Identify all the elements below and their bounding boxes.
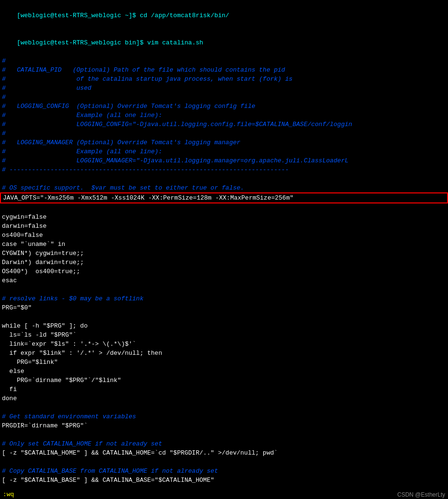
comment-line: # LOGGING_MANAGER="-Djava.util.logging.m… <box>0 156 448 165</box>
code-line: fi <box>0 385 448 394</box>
code-line: esac <box>0 276 448 285</box>
empty-line <box>0 285 448 294</box>
comment-line: # resolve links - $0 may be a softlink <box>0 294 448 303</box>
code-line: [ -z "$CATALINA_HOME" ] && CATALINA_HOME… <box>0 448 448 457</box>
watermark: CSDN @EstherLty <box>397 491 445 498</box>
comment-line: # OS specific support. $var must be set … <box>0 183 448 192</box>
comment-line: # Example (all one line): <box>0 111 448 120</box>
empty-line <box>0 174 448 183</box>
empty-line <box>0 457 448 467</box>
empty-line <box>0 430 448 439</box>
vim-command: :wq <box>3 491 14 498</box>
comment-line: # LOGGING_CONFIG="-Djava.util.logging.co… <box>0 120 448 129</box>
code-line: PRG=`dirname "$PRG"`/"$link" <box>0 376 448 385</box>
comment-line: # <box>0 56 448 65</box>
code-line: if expr "$link" : '/.*' > /dev/null; the… <box>0 349 448 358</box>
comment-line: # used <box>0 84 448 93</box>
code-line: cygwin=false <box>0 212 448 222</box>
empty-line <box>0 403 448 412</box>
comment-line: # LOGGING_CONFIG (Optional) Override Tom… <box>0 102 448 111</box>
code-line: PRG="$0" <box>0 303 448 312</box>
code-line: os400=false <box>0 231 448 240</box>
code-line: OS400*) os400=true;; <box>0 267 448 276</box>
code-line: done <box>0 394 448 403</box>
code-line: darwin=false <box>0 222 448 231</box>
comment-line: # Copy CATALINA_BASE from CATALINA_HOME … <box>0 467 448 476</box>
content-area: ## CATALINA_PID (Optional) Path of the f… <box>0 56 448 485</box>
bottom-bar: :wq CSDN @EstherLty <box>0 490 448 499</box>
code-line: ls=`ls -ld "$PRG"` <box>0 330 448 340</box>
header-line-2: [weblogic@test-RTRS_weblogic bin]$ vim c… <box>0 29 448 56</box>
code-line: case "`uname`" in <box>0 240 448 249</box>
code-line: Darwin*) darwin=true;; <box>0 258 448 267</box>
header-user-1: [weblogic@test-RTRS_weblogic ~]$ cd /app… <box>17 12 229 19</box>
empty-line <box>0 312 448 321</box>
header-user-2: [weblogic@test-RTRS_weblogic bin]$ vim c… <box>17 39 203 46</box>
terminal: [weblogic@test-RTRS_weblogic ~]$ cd /app… <box>0 0 448 499</box>
code-line: PRG="$link" <box>0 358 448 367</box>
comment-line: # LOGGING_MANAGER (Optional) Override To… <box>0 138 448 147</box>
highlighted-java-opts-line: JAVA_OPTS="-Xms256m -Xmx512m -Xss1024K -… <box>0 192 448 203</box>
comment-line: # of the catalina startup java process, … <box>0 74 448 84</box>
empty-line <box>0 203 448 212</box>
code-line: [ -z "$CATALINA_BASE" ] && CATALINA_BASE… <box>0 476 448 485</box>
code-line: link=`expr "$ls" : '.*-> \(.*\)$'` <box>0 340 448 349</box>
comment-line: # CATALINA_PID (Optional) Path of the fi… <box>0 65 448 74</box>
code-line: CYGWIN*) cygwin=true;; <box>0 249 448 258</box>
comment-line: # <box>0 129 448 138</box>
comment-line: # Example (all one line): <box>0 147 448 156</box>
code-line: while [ -h "$PRG" ]; do <box>0 321 448 330</box>
comment-line: # Get standard environment variables <box>0 412 448 421</box>
comment-line: # --------------------------------------… <box>0 165 448 174</box>
code-line: else <box>0 367 448 376</box>
header-line-1: [weblogic@test-RTRS_weblogic ~]$ cd /app… <box>0 2 448 29</box>
code-line: PRGDIR=`dirname "$PRG"` <box>0 421 448 430</box>
comment-line: # Only set CATALINA_HOME if not already … <box>0 439 448 448</box>
comment-line: # <box>0 93 448 102</box>
